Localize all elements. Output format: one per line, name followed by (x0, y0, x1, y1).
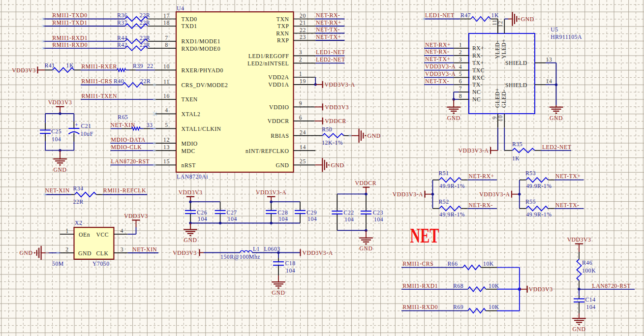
svg-text:RMII1-RXD0: RMII1-RXD0 (53, 42, 88, 48)
svg-text:C23: C23 (373, 210, 383, 216)
svg-text:LAN8720Ai: LAN8720Ai (177, 174, 208, 180)
svg-text:X2: X2 (75, 220, 82, 226)
svg-text:20: 20 (300, 13, 306, 19)
svg-text:1K: 1K (491, 12, 499, 19)
svg-text:R42: R42 (117, 42, 127, 48)
svg-text:C18: C18 (285, 260, 296, 267)
svg-text:2: 2 (299, 57, 302, 63)
svg-text:GND: GND (368, 133, 381, 139)
svg-text:RXC: RXC (472, 75, 485, 81)
svg-text:13: 13 (163, 144, 170, 151)
svg-text:R47: R47 (460, 12, 471, 19)
svg-text:C22: C22 (344, 210, 354, 216)
svg-text:SHIELD: SHIELD (505, 60, 527, 66)
svg-text:104: 104 (374, 216, 383, 223)
svg-text:TX-: TX- (472, 82, 483, 88)
svg-text:GND: GND (184, 237, 197, 244)
svg-text:R69: R69 (453, 304, 463, 310)
svg-text:104: 104 (278, 216, 288, 222)
svg-text:VDD3V3-A: VDD3V3-A (256, 189, 286, 196)
svg-text:14: 14 (546, 78, 552, 85)
svg-text:LAN8720-RST: LAN8720-RST (592, 283, 631, 289)
svg-text:R34: R34 (73, 185, 84, 192)
svg-text:R55: R55 (525, 199, 536, 205)
svg-text:U5: U5 (551, 27, 558, 33)
svg-text:10K: 10K (489, 304, 499, 310)
svg-text:12K-1%: 12K-1% (322, 140, 343, 146)
svg-text:R52: R52 (439, 199, 449, 205)
svg-text:8: 8 (165, 42, 168, 48)
svg-text:R35: R35 (512, 141, 522, 148)
svg-text:RMII1-RXD1: RMII1-RXD1 (403, 283, 438, 289)
svg-text:NET-TX-: NET-TX- (316, 27, 340, 33)
svg-text:R41: R41 (45, 62, 55, 69)
svg-text:VDD3V3-A: VDD3V3-A (325, 82, 355, 88)
svg-text:GND: GND (573, 326, 586, 333)
svg-text:NET-XIN: NET-XIN (111, 122, 135, 128)
svg-text:8: 8 (459, 93, 462, 99)
svg-text:22R: 22R (73, 199, 84, 205)
svg-text:5: 5 (165, 122, 168, 128)
svg-text:NET-TX-: NET-TX- (425, 78, 449, 85)
svg-text:CLK: CLK (96, 250, 109, 257)
svg-text:LED2-NET: LED2-NET (542, 144, 572, 151)
svg-text:RXD1/MODE1: RXD1/MODE1 (182, 38, 221, 45)
svg-text:18: 18 (163, 20, 170, 26)
svg-text:R66: R66 (448, 261, 458, 267)
svg-text:YLED-: YLED- (494, 40, 501, 59)
svg-text:16: 16 (163, 93, 170, 99)
svg-text:R40: R40 (114, 78, 124, 85)
svg-text:NET-XIN: NET-XIN (45, 187, 70, 194)
svg-text:GLED-: GLED- (501, 89, 507, 108)
svg-text:22R: 22R (140, 78, 151, 85)
svg-text:RMII1-TXD0: RMII1-TXD0 (53, 12, 88, 19)
svg-text:R44: R44 (117, 35, 127, 41)
svg-text:MDIO-DATA: MDIO-DATA (111, 137, 146, 143)
svg-text:RMII1-RXD0: RMII1-RXD0 (403, 304, 438, 310)
svg-text:10K: 10K (483, 261, 494, 267)
svg-text:25: 25 (300, 158, 306, 165)
svg-text:19: 19 (300, 78, 306, 85)
svg-text:NET-XIN: NET-XIN (132, 246, 157, 253)
svg-text:C26: C26 (197, 210, 207, 216)
svg-text:RMII1-RXER: RMII1-RXER (82, 63, 117, 70)
svg-text:LED1/REGOFF: LED1/REGOFF (248, 53, 289, 60)
svg-text:C28: C28 (277, 210, 288, 216)
svg-text:3: 3 (121, 246, 123, 253)
svg-text:3: 3 (299, 49, 302, 56)
svg-text:GND: GND (331, 162, 344, 169)
svg-text:VCC: VCC (96, 232, 109, 238)
svg-text:CRS_DV/MODE2: CRS_DV/MODE2 (182, 82, 228, 89)
svg-text:TX+: TX+ (472, 60, 484, 66)
svg-text:VDDCR: VDDCR (268, 118, 289, 124)
svg-text:LED1-NET: LED1-NET (425, 12, 455, 19)
svg-text:12: 12 (163, 137, 170, 143)
svg-text:7: 7 (459, 86, 462, 92)
svg-text:49.9R-1%: 49.9R-1% (526, 183, 552, 189)
svg-text:4: 4 (120, 228, 123, 234)
svg-text:104: 104 (286, 268, 295, 274)
svg-text:MDC: MDC (182, 148, 195, 154)
svg-text:TXC: TXC (472, 67, 485, 74)
svg-text:7: 7 (165, 35, 168, 41)
svg-text:49.9R-1%: 49.9R-1% (439, 212, 465, 218)
svg-text:22R: 22R (140, 20, 150, 26)
svg-text:22R: 22R (140, 12, 150, 19)
svg-text:R68: R68 (453, 283, 463, 289)
svg-text:R46: R46 (582, 260, 592, 266)
svg-text:nRST: nRST (182, 162, 196, 169)
svg-text:10: 10 (163, 63, 170, 70)
svg-text:VDD3V3: VDD3V3 (48, 99, 72, 106)
svg-text:MDIO-CLK: MDIO-CLK (111, 144, 142, 151)
svg-text:23: 23 (300, 34, 306, 40)
svg-text:VDD3V3-A: VDD3V3-A (479, 191, 510, 198)
svg-text:SHIELD: SHIELD (505, 82, 527, 89)
svg-text:1: 1 (299, 71, 302, 77)
svg-text:VDD3V3: VDD3V3 (567, 237, 591, 243)
svg-text:VDD3V3: VDD3V3 (325, 104, 349, 111)
svg-text:5: 5 (459, 71, 462, 77)
svg-text:22R: 22R (140, 42, 150, 48)
svg-text:L1: L1 (253, 246, 260, 252)
svg-text:RXN: RXN (276, 31, 289, 37)
svg-text:RMII1-REFCLK: RMII1-REFCLK (103, 187, 146, 194)
